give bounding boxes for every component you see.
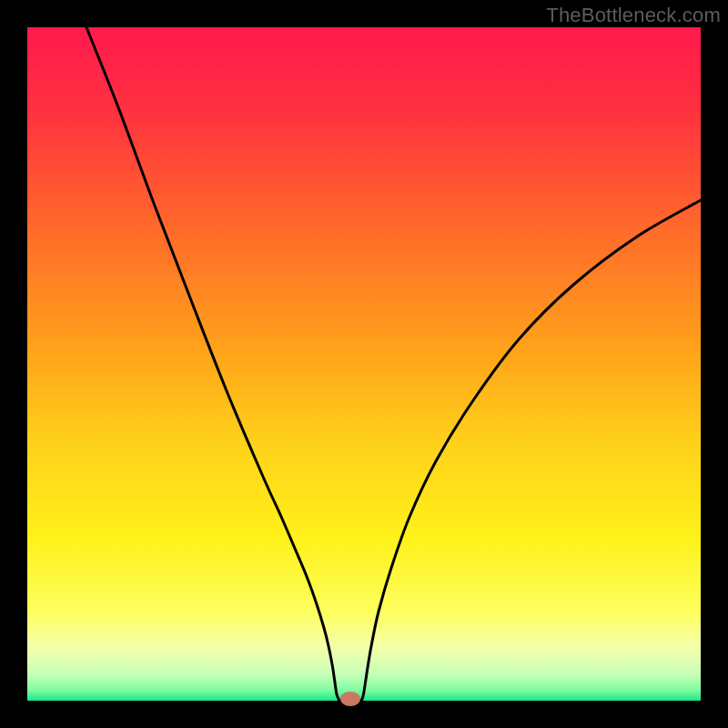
plot-area <box>27 27 701 701</box>
watermark-text: TheBottleneck.com <box>546 4 721 27</box>
optimum-marker <box>340 692 360 706</box>
chart-svg <box>0 0 728 728</box>
chart-container: TheBottleneck.com <box>0 0 728 728</box>
